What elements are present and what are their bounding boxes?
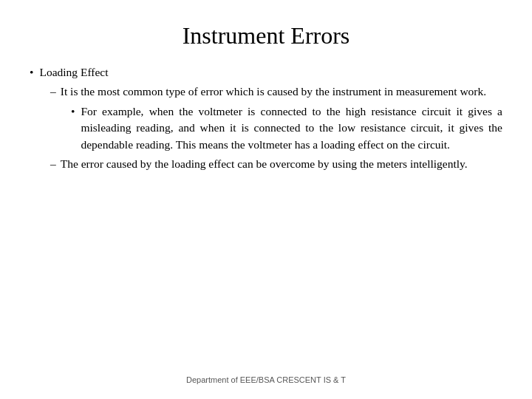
dash-marker-1: – bbox=[50, 83, 56, 100]
footer-text: Department of EEE/BSA CRESCENT IS & T bbox=[30, 372, 502, 384]
bullet-marker-1: • bbox=[30, 64, 33, 81]
dash-item-2: – The error caused by the loading effect… bbox=[50, 156, 502, 172]
dash-text-2: The error caused by the loading effect c… bbox=[61, 156, 468, 172]
bullet-loading-effect: • Loading Effect bbox=[30, 64, 502, 81]
dash-text-1: It is the most common type of error whic… bbox=[61, 83, 486, 100]
dash-marker-2: – bbox=[50, 156, 56, 172]
main-content: • Loading Effect – It is the most common… bbox=[30, 64, 502, 366]
sub-text-1: For example, when the voltmeter is conne… bbox=[81, 103, 502, 153]
sub-bullet-1: • For example, when the voltmeter is con… bbox=[71, 103, 502, 153]
sub-marker-1: • bbox=[71, 103, 75, 120]
loading-effect-label: Loading Effect bbox=[39, 64, 108, 81]
dash-item-1: – It is the most common type of error wh… bbox=[50, 83, 502, 100]
page-title: Instrument Errors bbox=[30, 22, 502, 50]
